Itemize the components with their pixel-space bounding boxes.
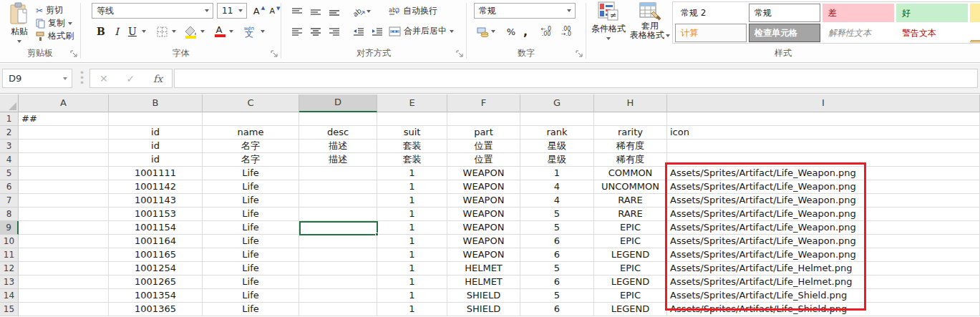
cell-B9[interactable]: 1001154 xyxy=(109,221,203,235)
cell-E7[interactable]: 1 xyxy=(377,194,447,208)
row-header-10[interactable]: 10 xyxy=(0,235,19,248)
cell-C2[interactable]: name xyxy=(203,126,299,140)
cell-F11[interactable]: WEAPON xyxy=(447,248,520,262)
style-good[interactable]: 好 xyxy=(896,4,968,22)
fill-color-dropdown[interactable] xyxy=(198,23,207,40)
clipboard-dialog-launcher-icon[interactable] xyxy=(70,50,78,58)
cell-I15[interactable]: Assets/Sprites/Artifact/Life_Shield.png xyxy=(667,303,980,316)
cell-E6[interactable]: 1 xyxy=(377,180,447,194)
cell-B12[interactable]: 1001254 xyxy=(109,262,203,275)
row-header-6[interactable]: 6 xyxy=(0,180,19,194)
cell-F3[interactable]: 位置 xyxy=(447,140,520,153)
cell-F12[interactable]: HELMET xyxy=(447,262,520,275)
cell-G2[interactable]: rank xyxy=(520,126,594,140)
font-name-combo[interactable]: 等线 xyxy=(92,3,213,19)
decrease-decimal-button[interactable]: .00→.0 xyxy=(557,23,576,40)
row-header-14[interactable]: 14 xyxy=(0,289,19,303)
fill-color-button[interactable] xyxy=(183,23,198,40)
bold-button[interactable]: B xyxy=(94,23,108,40)
cell-E10[interactable]: 1 xyxy=(377,235,447,248)
percent-style-button[interactable]: % xyxy=(504,23,518,40)
cell-E15[interactable]: 1 xyxy=(377,303,447,316)
cell-D1[interactable] xyxy=(299,112,377,126)
align-bottom-button[interactable] xyxy=(326,3,343,20)
style-calc[interactable]: 计算 xyxy=(675,24,747,42)
cell-A4[interactable] xyxy=(19,153,109,167)
cell-C12[interactable]: Life xyxy=(203,262,299,275)
cell-H4[interactable]: 稀有度 xyxy=(594,153,667,167)
cell-H9[interactable]: EPIC xyxy=(594,221,667,235)
cell-B4[interactable]: id xyxy=(109,153,203,167)
cell-C15[interactable]: Life xyxy=(203,303,299,316)
cell-H14[interactable]: EPIC xyxy=(594,289,667,303)
cell-G4[interactable]: 星级 xyxy=(520,153,594,167)
cell-F7[interactable]: WEAPON xyxy=(447,194,520,208)
align-left-button[interactable] xyxy=(288,23,306,40)
row-header-11[interactable]: 11 xyxy=(0,248,19,262)
column-header-B[interactable]: B xyxy=(109,94,203,112)
cell-C7[interactable]: Life xyxy=(203,194,299,208)
paste-button[interactable]: 粘贴 xyxy=(4,2,34,45)
cell-G6[interactable]: 4 xyxy=(520,180,594,194)
alignment-dialog-launcher-icon[interactable] xyxy=(456,50,464,58)
cell-F14[interactable]: SHIELD xyxy=(447,289,520,303)
name-box[interactable]: D9 xyxy=(2,69,72,88)
cell-E3[interactable]: 套装 xyxy=(377,140,447,153)
cell-H10[interactable]: EPIC xyxy=(594,235,667,248)
increase-indent-button[interactable] xyxy=(369,23,386,40)
cell-I5[interactable]: Assets/Sprites/Artifact/Life_Weapon.png xyxy=(667,167,980,180)
underline-dropdown[interactable] xyxy=(140,23,148,40)
cell-E5[interactable]: 1 xyxy=(377,167,447,180)
cell-F8[interactable]: WEAPON xyxy=(447,208,520,221)
cell-B8[interactable]: 1001153 xyxy=(109,208,203,221)
column-header-E[interactable]: E xyxy=(377,94,447,112)
format-as-table-button[interactable]: 套用 表格格式 xyxy=(629,1,671,47)
cell-F6[interactable]: WEAPON xyxy=(447,180,520,194)
cell-G9[interactable]: 5 xyxy=(520,221,594,235)
style-check[interactable]: 检查单元格 xyxy=(749,24,820,42)
cell-D11[interactable] xyxy=(299,248,377,262)
cell-C8[interactable]: Life xyxy=(203,208,299,221)
cell-F13[interactable]: HELMET xyxy=(447,275,520,289)
cell-I8[interactable]: Assets/Sprites/Artifact/Life_Weapon.png xyxy=(667,208,980,221)
cell-B11[interactable]: 1001165 xyxy=(109,248,203,262)
cell-B1[interactable] xyxy=(109,112,203,126)
cell-A5[interactable] xyxy=(19,167,109,180)
cell-I9[interactable]: Assets/Sprites/Artifact/Life_Weapon.png xyxy=(667,221,980,235)
cell-G14[interactable]: 5 xyxy=(520,289,594,303)
phonetic-button[interactable]: wén 文 xyxy=(240,23,258,40)
number-format-combo[interactable]: 常规 xyxy=(474,3,576,19)
underline-button[interactable]: U xyxy=(125,23,140,40)
cell-G10[interactable]: 6 xyxy=(520,235,594,248)
style-bad[interactable]: 差 xyxy=(823,4,894,22)
cell-E2[interactable]: suit xyxy=(377,126,447,140)
column-header-F[interactable]: F xyxy=(447,94,520,112)
conditional-formatting-button[interactable]: ≠ 条件格式 xyxy=(589,1,628,44)
column-header-I[interactable]: I xyxy=(667,94,980,112)
row-header-3[interactable]: 3 xyxy=(0,140,19,153)
cell-I10[interactable]: Assets/Sprites/Artifact/Life_Weapon.png xyxy=(667,235,980,248)
style-normal2[interactable]: 常规 2 xyxy=(675,4,747,22)
cell-I2[interactable]: icon xyxy=(667,126,980,140)
decrease-indent-button[interactable] xyxy=(350,23,367,40)
row-header-15[interactable]: 15 xyxy=(0,303,19,316)
select-all-corner[interactable] xyxy=(0,94,19,112)
cell-A2[interactable] xyxy=(19,126,109,140)
cell-A11[interactable] xyxy=(19,248,109,262)
cell-B6[interactable]: 1001142 xyxy=(109,180,203,194)
cell-D8[interactable] xyxy=(299,208,377,221)
font-dialog-launcher-icon[interactable] xyxy=(271,50,278,58)
cell-A1[interactable]: ## xyxy=(19,112,109,126)
phonetic-dropdown[interactable] xyxy=(258,23,267,40)
style-explain[interactable]: 解释性文本 xyxy=(823,24,894,42)
cell-I14[interactable]: Assets/Sprites/Artifact/Life_Shield.png xyxy=(667,289,980,303)
cell-H8[interactable]: RARE xyxy=(594,208,667,221)
cell-G13[interactable]: 6 xyxy=(520,275,594,289)
style-linked[interactable] xyxy=(970,24,980,42)
align-center-button[interactable] xyxy=(307,23,324,40)
format-painter-button[interactable]: 格式刷 xyxy=(33,29,77,44)
cell-D3[interactable]: 描述 xyxy=(299,140,377,153)
cell-C1[interactable] xyxy=(203,112,299,126)
cell-A3[interactable] xyxy=(19,140,109,153)
cell-A13[interactable] xyxy=(19,275,109,289)
